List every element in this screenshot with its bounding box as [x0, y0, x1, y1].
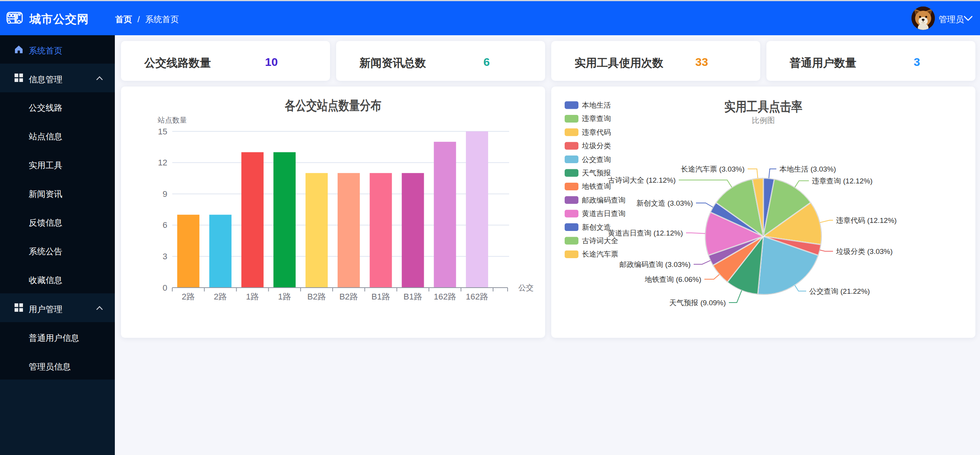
svg-text:比例图: 比例图: [752, 116, 775, 124]
svg-text:1路: 1路: [278, 292, 291, 301]
svg-text:162路: 162路: [466, 292, 488, 301]
svg-text:长途汽车票 (3.03%): 长途汽车票 (3.03%): [681, 165, 745, 173]
svg-text:古诗词大全 (12.12%): 古诗词大全 (12.12%): [608, 176, 676, 184]
svg-text:邮政编码查询: 邮政编码查询: [582, 196, 626, 204]
svg-text:1路: 1路: [246, 292, 259, 301]
svg-text:邮政编码查询 (3.03%): 邮政编码查询 (3.03%): [619, 260, 691, 268]
svg-text:B1路: B1路: [371, 292, 390, 301]
svg-text:违章代码 (12.12%): 违章代码 (12.12%): [836, 216, 897, 224]
svg-text:新创文造 (3.03%): 新创文造 (3.03%): [636, 199, 693, 207]
svg-text:各公交站点数量分布: 各公交站点数量分布: [284, 98, 381, 113]
svg-text:违章查询 (12.12%): 违章查询 (12.12%): [812, 177, 872, 185]
svg-text:162路: 162路: [434, 292, 456, 301]
svg-text:公交查询 (21.22%): 公交查询 (21.22%): [809, 287, 870, 295]
svg-text:0: 0: [163, 283, 167, 293]
svg-text:2路: 2路: [214, 292, 227, 301]
svg-text:违章查询: 违章查询: [582, 115, 611, 123]
svg-text:2路: 2路: [182, 292, 195, 301]
svg-text:6: 6: [163, 220, 167, 230]
svg-text:古诗词大全: 古诗词大全: [582, 237, 618, 245]
svg-text:天气预报 (9.09%): 天气预报 (9.09%): [669, 299, 726, 307]
svg-text:黄道吉日查询: 黄道吉日查询: [582, 209, 626, 218]
svg-text:违章代码: 违章代码: [582, 128, 611, 136]
svg-text:黄道吉日查询 (12.12%): 黄道吉日查询 (12.12%): [608, 229, 683, 237]
svg-text:新创文造: 新创文造: [582, 223, 611, 231]
svg-text:B1路: B1路: [403, 292, 422, 301]
svg-text:3: 3: [163, 252, 167, 261]
svg-text:12: 12: [158, 158, 167, 167]
svg-text:本地生活: 本地生活: [582, 101, 611, 109]
svg-text:地铁查询 (6.06%): 地铁查询 (6.06%): [644, 275, 701, 283]
svg-text:天气预报: 天气预报: [582, 169, 611, 177]
svg-text:公交查询: 公交查询: [582, 155, 611, 164]
svg-text:公交: 公交: [518, 283, 534, 292]
svg-text:B2路: B2路: [307, 292, 326, 301]
svg-text:地铁查询: 地铁查询: [581, 182, 611, 190]
svg-text:垃圾分类 (3.03%): 垃圾分类 (3.03%): [836, 247, 893, 255]
svg-text:15: 15: [158, 127, 167, 136]
svg-text:B2路: B2路: [339, 292, 358, 301]
svg-text:本地生活 (3.03%): 本地生活 (3.03%): [779, 165, 836, 173]
svg-text:实用工具点击率: 实用工具点击率: [724, 99, 802, 114]
svg-text:长途汽车票: 长途汽车票: [582, 250, 618, 258]
svg-text:站点数量: 站点数量: [157, 116, 187, 124]
svg-text:垃圾分类: 垃圾分类: [581, 142, 611, 150]
svg-text:9: 9: [163, 189, 167, 199]
